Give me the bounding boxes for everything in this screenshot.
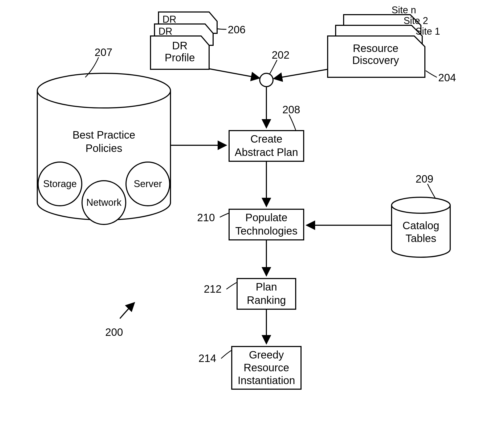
bpp-label-line2: Policies [86, 142, 122, 154]
arrow-206-to-202 [209, 69, 260, 78]
server-label: Server [134, 178, 162, 189]
dr-stack-mid: DR [158, 26, 172, 37]
arrow-204-to-202 [274, 69, 328, 79]
ref-207: 207 [95, 46, 112, 58]
poptech-l2: Technologies [235, 225, 298, 237]
create-abstract-l2: Abstract Plan [235, 146, 298, 158]
leader-214 [221, 351, 231, 359]
planrank-l1: Plan [256, 281, 277, 293]
poptech-l1: Populate [245, 212, 287, 223]
site-n-label: Site n [392, 5, 416, 15]
leader-202 [270, 60, 277, 74]
ref-202: 202 [272, 49, 290, 61]
leader-210 [220, 213, 229, 217]
greedy-l2: Resource [243, 362, 289, 373]
resdisc-l1: Resource [353, 42, 398, 54]
leader-206 [217, 29, 226, 29]
catalog-l2: Tables [405, 232, 436, 244]
planrank-l2: Ranking [247, 294, 286, 306]
storage-label: Storage [43, 178, 77, 189]
catalog-tables-cylinder: Catalog Tables [392, 197, 450, 257]
figure-ref-200: 200 [105, 303, 135, 338]
create-abstract-l1: Create [250, 133, 282, 145]
best-practice-policies-cylinder: Best Practice Policies Storage Server Ne… [37, 73, 170, 224]
dr-stack-back: DR [162, 14, 176, 25]
svg-point-1 [392, 197, 450, 213]
leader-209 [428, 184, 436, 199]
ref-210: 210 [197, 212, 215, 223]
leader-208 [289, 115, 296, 130]
ref-204: 204 [438, 72, 456, 83]
svg-point-0 [37, 73, 170, 108]
site-1-label: Site 1 [416, 26, 440, 37]
dr-profile-stack: DR DR DR Profile [151, 12, 217, 69]
dr-profile-l2: Profile [165, 52, 195, 63]
ref-209: 209 [416, 173, 433, 185]
site-2-label: Site 2 [404, 15, 428, 26]
ref-206: 206 [228, 24, 246, 35]
dr-profile-l1: DR [172, 40, 188, 51]
ref-200: 200 [105, 326, 123, 338]
greedy-l3: Instantiation [238, 374, 295, 386]
greedy-l1: Greedy [249, 349, 284, 361]
bpp-label-line1: Best Practice [72, 129, 135, 141]
ref-208: 208 [282, 104, 300, 115]
resource-discovery-stack: Resource Discovery Site n Site 2 Site 1 [328, 5, 440, 77]
ref-214: 214 [198, 352, 216, 364]
leader-212 [226, 283, 237, 289]
junction-202 [260, 73, 273, 87]
network-label: Network [86, 197, 122, 208]
ref-212: 212 [204, 283, 222, 295]
leader-204 [426, 71, 437, 77]
catalog-l1: Catalog [403, 220, 439, 231]
resdisc-l2: Discovery [352, 54, 399, 66]
